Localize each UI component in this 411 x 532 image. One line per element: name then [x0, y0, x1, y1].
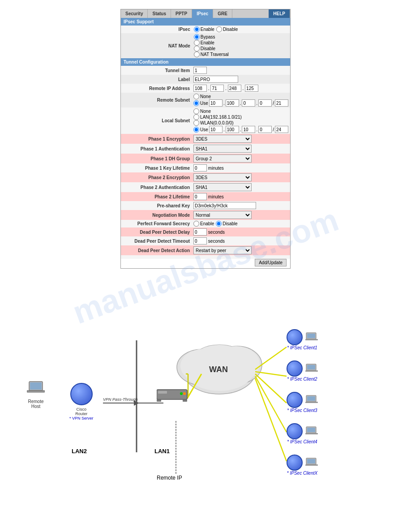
local-subnet-wlan-radio[interactable]	[193, 120, 199, 126]
ipsec-support-table: IPsec Enable Disable	[121, 26, 290, 58]
local-subnet-3[interactable]	[242, 126, 255, 133]
ipsec-client1-icon	[287, 329, 303, 345]
local-subnet-use-radio[interactable]	[193, 127, 199, 133]
dpd-timeout-input[interactable]	[193, 237, 207, 245]
ipsec-client2-label: * IPSec Client2	[287, 377, 318, 382]
nav-bar: Security Status PPTP IPsec GRE HELP	[121, 9, 290, 18]
nat-enable-radio[interactable]	[194, 40, 200, 46]
neg-mode-value-cell: NormalAggressive	[192, 210, 290, 220]
local-subnet-lan-radio[interactable]	[193, 114, 199, 120]
config-panel-wrapper: Security Status PPTP IPsec GRE HELP IPse…	[0, 9, 411, 269]
local-subnet-use-option[interactable]: Use . . . /	[193, 126, 288, 133]
remote-subnet-cidr[interactable]	[275, 99, 288, 107]
remote-ip-1[interactable]	[193, 85, 207, 92]
cisco-router-icon	[70, 383, 93, 405]
lan2-label: LAN2	[72, 448, 87, 455]
ipsec-disable-label[interactable]: Disable	[216, 26, 238, 32]
local-subnet-1[interactable]	[209, 126, 223, 133]
pfs-disable-option[interactable]: Disable	[216, 221, 237, 227]
local-subnet-cidr[interactable]	[275, 126, 288, 133]
nav-status[interactable]: Status	[148, 9, 171, 18]
remote-subnet-2[interactable]	[226, 99, 239, 107]
nat-disable-option[interactable]: Disable	[194, 46, 288, 51]
tunnel-item-input[interactable]	[193, 67, 207, 74]
phase2-lifetime-input[interactable]	[193, 193, 207, 200]
local-subnet-none-option[interactable]: None	[193, 108, 288, 114]
phase1-enc-select[interactable]: 3DESAES128AES192AES256DES	[193, 135, 252, 143]
phase2-enc-select[interactable]: 3DESAES128	[193, 173, 252, 181]
nat-bypass-option[interactable]: Bypass	[194, 34, 288, 40]
remote-subnet-none-radio[interactable]	[193, 94, 199, 99]
nat-enable-option[interactable]: Enable	[194, 40, 288, 46]
svg-rect-28	[183, 399, 187, 402]
local-subnet-4[interactable]	[258, 126, 272, 133]
local-subnet-wlan-option[interactable]: WLAN(0.0.0.0/0)	[193, 120, 288, 126]
svg-rect-40	[305, 433, 318, 434]
remote-subnet-use-radio[interactable]	[193, 100, 199, 106]
psk-input[interactable]	[193, 202, 256, 209]
dpd-action-select[interactable]: Restart by peerHoldClear	[193, 246, 252, 254]
cisco-router-device: CiscoRouter* VPN Server	[69, 383, 94, 420]
phase1-lifetime-input[interactable]	[193, 164, 207, 172]
remote-ip-label: Remote IP Address	[121, 84, 192, 93]
remote-ip-3[interactable]	[228, 85, 241, 92]
ipsec-client2-icon	[287, 360, 303, 377]
svg-rect-34	[305, 370, 318, 372]
ipsec-support-header: IPsec Support	[121, 18, 290, 26]
local-subnet-2[interactable]	[226, 126, 239, 133]
remote-subnet-4[interactable]	[258, 99, 272, 107]
label-input[interactable]	[193, 76, 238, 83]
label-value-cell	[192, 75, 290, 84]
nav-help[interactable]: HELP	[269, 9, 290, 18]
nav-ipsec[interactable]: IPsec	[192, 9, 213, 18]
svg-rect-33	[307, 365, 315, 369]
phase1-dh-select[interactable]: Group 1Group 2Group 5	[193, 154, 252, 163]
nat-disable-radio[interactable]	[194, 46, 200, 51]
vpn-passthrough-label: VPN Pass-Through	[103, 396, 138, 402]
nat-traversal-radio[interactable]	[194, 51, 200, 57]
remote-subnet-1[interactable]	[209, 99, 223, 107]
ipsec-enable-label[interactable]: Enable	[194, 26, 214, 32]
pfs-enable-radio[interactable]	[193, 221, 199, 227]
psk-label: Pre-shared Key	[121, 201, 192, 210]
svg-point-26	[183, 392, 186, 395]
tunnel-config-table: Tunnel Item Label Remote IP Address	[121, 66, 290, 255]
nav-pptp[interactable]: PPTP	[171, 9, 192, 18]
ipsec-client3-icon	[287, 392, 303, 408]
tunnel-config-header: Tunnel Configuration	[121, 58, 290, 66]
remote-ip-4[interactable]	[245, 85, 258, 92]
remote-host-device: Remote Host	[27, 381, 45, 409]
pfs-disable-radio[interactable]	[216, 221, 222, 227]
ipsec-client4-icon	[287, 423, 303, 439]
add-update-button[interactable]: Add/Update	[255, 259, 287, 266]
ipsec-client3-label: * IPSec Client3	[287, 408, 318, 413]
nat-bypass-radio[interactable]	[194, 34, 200, 40]
phase2-auth-select[interactable]: SHA1MD5	[193, 183, 252, 191]
remote-subnet-3[interactable]	[242, 99, 255, 107]
nat-mode-label: NAT Mode	[121, 33, 192, 58]
nav-gre[interactable]: GRE	[213, 9, 232, 18]
svg-line-18	[255, 378, 287, 461]
ipsec-disable-radio[interactable]	[216, 26, 222, 32]
phase1-dh-value-cell: Group 1Group 2Group 5	[192, 154, 290, 163]
svg-rect-42	[307, 459, 315, 463]
nav-security[interactable]: Security	[121, 9, 148, 18]
local-subnet-none-radio[interactable]	[193, 108, 199, 114]
phase2-auth-value-cell: SHA1MD5	[192, 182, 290, 192]
dpd-delay-input[interactable]	[193, 228, 207, 236]
network-diagram: Remote Host CiscoRouter* VPN Server VPN …	[0, 282, 411, 528]
svg-rect-43	[305, 464, 318, 466]
neg-mode-select[interactable]: NormalAggressive	[193, 211, 252, 219]
local-subnet-lan-option[interactable]: LAN(192.168.1.0/21)	[193, 114, 288, 120]
cisco-router-label: CiscoRouter* VPN Server	[69, 407, 94, 420]
phase1-auth-value-cell: SHA1MD5	[192, 144, 290, 154]
remote-subnet-use-option[interactable]: Use . . . /	[193, 99, 288, 107]
nat-traversal-option[interactable]: NAT Traversal	[194, 51, 288, 57]
pfs-enable-option[interactable]: Enable	[193, 221, 214, 227]
psk-value-cell	[192, 201, 290, 210]
phase1-auth-select[interactable]: SHA1MD5	[193, 145, 252, 153]
remote-ip-2[interactable]	[210, 85, 224, 92]
ipsec-enable-radio[interactable]	[194, 26, 200, 32]
ipsec-client3-device: * IPSec Client3	[287, 392, 318, 413]
remote-subnet-none-option[interactable]: None	[193, 94, 288, 99]
